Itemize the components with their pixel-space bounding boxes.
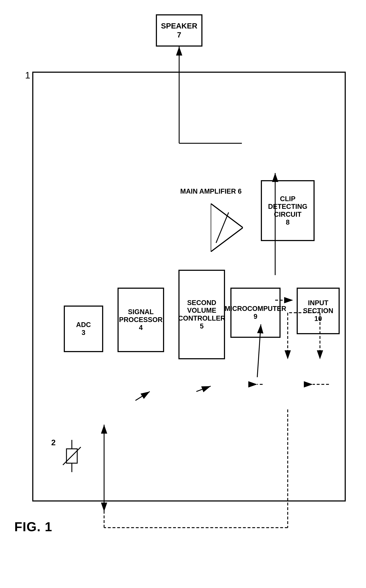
adc-block: ADC 3 <box>64 306 103 352</box>
mc-number: 9 <box>253 313 257 321</box>
adc-label: ADC <box>76 321 91 329</box>
speaker-block: SPEAKER 7 <box>156 14 202 46</box>
svg-marker-0 <box>211 204 243 252</box>
input-node-symbol <box>61 440 83 472</box>
svg-line-11 <box>136 392 150 400</box>
speaker-number: 7 <box>177 30 181 39</box>
microcomputer-block: MICROCOMPUTER 9 <box>230 288 281 338</box>
page: FIG. 1 1 SPEAKER 7 ADC 3 SIGNAL PROCESSO… <box>0 0 366 588</box>
main-system-box: ADC 3 SIGNAL PROCESSOR 4 SECOND VOLUME C… <box>32 72 346 501</box>
adc-number: 3 <box>82 329 85 337</box>
figure-label: FIG. 1 <box>14 520 52 534</box>
speaker-label: SPEAKER <box>161 22 197 30</box>
sp-number: 4 <box>139 324 143 332</box>
cdc-label: CLIP DETECTING CIRCUIT <box>268 195 307 219</box>
svc-label: SECOND VOLUME CONTROLLER <box>178 299 225 322</box>
input-node-number: 2 <box>51 438 55 447</box>
signal-processor-block: SIGNAL PROCESSOR 4 <box>117 288 164 352</box>
is-number: 10 <box>314 315 322 323</box>
second-volume-controller-block: SECOND VOLUME CONTROLLER 5 <box>178 270 225 359</box>
is-label: INPUT SECTION <box>303 299 333 315</box>
system-number: 1 <box>25 70 30 81</box>
mc-label: MICROCOMPUTER <box>225 305 286 313</box>
main-amplifier-label: MAIN AMPLIFIER 6 <box>180 187 242 196</box>
svg-line-12 <box>196 386 211 392</box>
input-section-block: INPUT SECTION 10 <box>297 288 340 334</box>
svc-number: 5 <box>200 322 204 330</box>
amplifier-triangle <box>211 204 243 252</box>
cdc-number: 8 <box>286 219 290 226</box>
sp-label: SIGNAL PROCESSOR <box>119 308 163 324</box>
clip-detecting-circuit-block: CLIP DETECTING CIRCUIT 8 <box>261 180 315 241</box>
